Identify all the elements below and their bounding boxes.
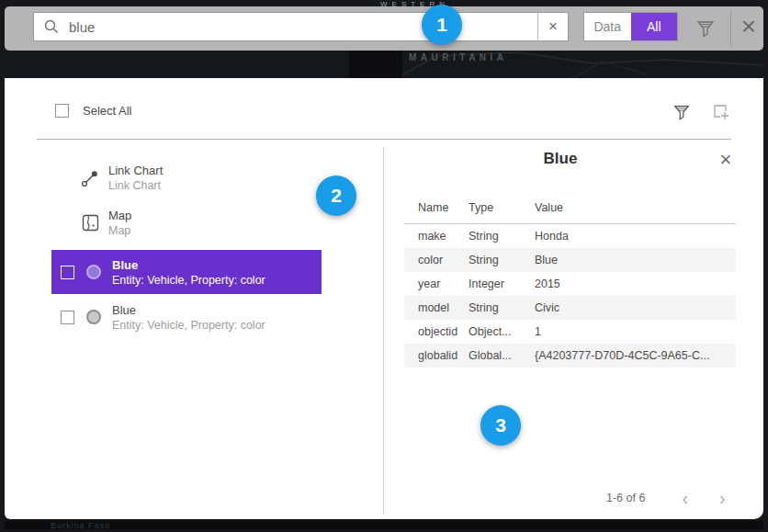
cell-type: String — [469, 230, 535, 243]
pagination-label: 1-6 of 6 — [606, 492, 645, 504]
detail-title: Blue — [409, 150, 712, 168]
cell-value: Blue — [535, 254, 736, 266]
map-label-mauritania: MAURITANIA — [409, 52, 508, 62]
map-strip — [5, 51, 763, 78]
column-type: Type — [469, 201, 535, 214]
search-icon — [34, 18, 69, 35]
select-all-checkbox[interactable] — [55, 104, 69, 118]
add-to-selection-icon[interactable] — [712, 103, 730, 121]
clear-search-button[interactable]: × — [538, 13, 568, 40]
result-item-blue-selected[interactable]: Blue Entity: Vehicle, Property: color — [51, 250, 322, 294]
result-item-link-chart[interactable]: Link Chart Link Chart — [80, 164, 163, 192]
result-subtitle: Entity: Vehicle, Property: color — [112, 319, 265, 332]
column-value: Value — [535, 201, 736, 214]
result-title: Blue — [112, 303, 265, 317]
column-name: Name — [404, 201, 469, 214]
select-all-row: Select All — [55, 104, 131, 118]
result-checkbox[interactable] — [61, 311, 74, 324]
map-label-western: WESTERN — [380, 0, 472, 8]
panel-filter-icon[interactable] — [672, 103, 691, 121]
cell-value: Honda — [535, 230, 736, 243]
cell-name: objectid — [404, 325, 469, 338]
cell-type: Integer — [469, 277, 535, 290]
filter-icon[interactable] — [695, 18, 716, 39]
cell-type: Object... — [469, 325, 535, 338]
table-row: globalid Global... {A4203777-D70D-4C5C-9… — [404, 344, 736, 368]
map-label-burkina-faso: Burkina Faso — [51, 521, 161, 530]
result-text: Blue Entity: Vehicle, Property: color — [112, 303, 265, 332]
annotation-step-3: 3 — [480, 405, 521, 446]
result-title: Link Chart — [108, 164, 163, 177]
table-row: objectid Object... 1 — [404, 320, 736, 344]
cell-type: Global... — [469, 349, 535, 362]
cell-value: Civic — [535, 301, 736, 314]
result-item-map[interactable]: Map Map — [80, 209, 131, 237]
search-box: × — [33, 12, 569, 41]
cell-name: model — [404, 301, 469, 314]
table-row: year Integer 2015 — [404, 272, 736, 296]
data-all-toggle: Data All — [583, 12, 678, 41]
results-panel: Select All Link Chart Link Chart Map — [5, 78, 763, 519]
table-header: Name Type Value — [404, 196, 736, 223]
map-land-patch — [349, 51, 402, 78]
toggle-all-option[interactable]: All — [631, 13, 678, 40]
prev-page-icon[interactable]: ‹ — [682, 492, 688, 504]
result-item-blue[interactable]: Blue Entity: Vehicle, Property: color — [51, 297, 322, 337]
cell-name: year — [404, 277, 469, 290]
cell-name: color — [404, 254, 469, 266]
result-text: Map Map — [108, 209, 131, 237]
annotation-step-2: 2 — [316, 175, 356, 216]
result-subtitle: Link Chart — [108, 179, 163, 192]
cell-name: make — [404, 230, 469, 243]
next-page-icon[interactable]: › — [719, 492, 726, 504]
pagination: 1-6 of 6 ‹ › — [519, 492, 736, 504]
select-all-label: Select All — [83, 104, 131, 118]
table-row: model String Civic — [404, 296, 736, 320]
result-subtitle: Entity: Vehicle, Property: color — [112, 274, 265, 287]
panel-divider — [37, 139, 731, 140]
toggle-data-option[interactable]: Data — [584, 13, 631, 40]
toolbar-divider — [730, 11, 731, 46]
app-window: WESTERN MAURITANIA Burkina Faso × Data A… — [0, 0, 768, 532]
table-row: color String Blue — [404, 248, 736, 272]
list-detail-divider — [383, 147, 384, 515]
search-input[interactable] — [69, 19, 537, 35]
cell-type: String — [469, 301, 535, 314]
map-icon — [80, 214, 100, 232]
annotation-step-1: 1 — [422, 5, 462, 45]
cell-name: globalid — [404, 349, 469, 362]
result-checkbox[interactable] — [61, 266, 74, 279]
entity-circle-icon — [84, 310, 104, 324]
result-title: Blue — [112, 258, 265, 272]
attribute-table: Name Type Value make String Honda color … — [404, 196, 736, 368]
link-chart-icon — [80, 169, 100, 187]
cell-type: String — [469, 254, 535, 266]
search-toolbar: × Data All × — [5, 6, 763, 51]
cell-value: {A4203777-D70D-4C5C-9A65-C... — [535, 349, 736, 362]
table-row: make String Honda — [404, 224, 736, 248]
result-subtitle: Map — [108, 224, 131, 237]
close-search-icon[interactable]: × — [734, 12, 763, 41]
entity-circle-icon — [84, 265, 104, 279]
detail-close-icon[interactable]: × — [714, 148, 738, 172]
result-text: Link Chart Link Chart — [108, 164, 163, 192]
result-title: Map — [108, 209, 131, 222]
result-text: Blue Entity: Vehicle, Property: color — [112, 258, 265, 287]
cell-value: 1 — [535, 325, 736, 338]
cell-value: 2015 — [535, 277, 736, 290]
